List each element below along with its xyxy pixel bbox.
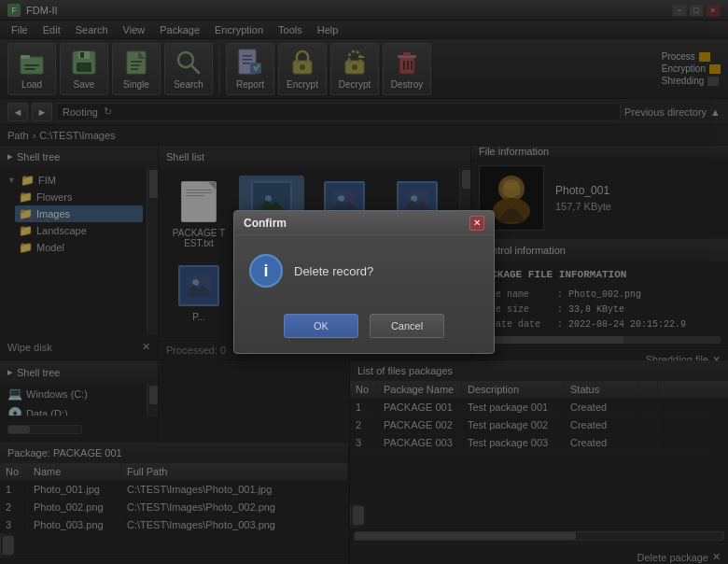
dialog-close-button[interactable]: ✕ xyxy=(469,216,484,231)
dialog-title-bar: Confirm ✕ xyxy=(234,211,494,235)
dialog-info-icon: i xyxy=(249,254,283,288)
dialog-footer: OK Cancel xyxy=(234,306,494,353)
dialog-overlay: Confirm ✕ i Delete record? OK Cancel xyxy=(0,0,728,564)
confirm-dialog: Confirm ✕ i Delete record? OK Cancel xyxy=(233,210,495,354)
ok-label: OK xyxy=(314,320,329,331)
dialog-title: Confirm xyxy=(244,217,287,230)
dialog-ok-button[interactable]: OK xyxy=(284,314,358,338)
dialog-message: Delete record? xyxy=(294,264,373,278)
dialog-cancel-button[interactable]: Cancel xyxy=(370,314,444,338)
dialog-body: i Delete record? xyxy=(234,235,494,306)
cancel-label: Cancel xyxy=(391,320,423,331)
